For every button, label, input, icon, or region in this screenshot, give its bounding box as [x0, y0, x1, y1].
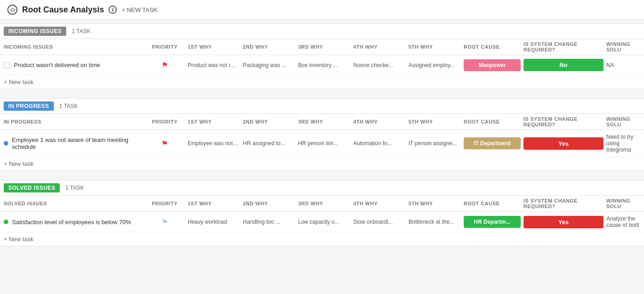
badge-inprogress: IN PROGRESS: [4, 102, 54, 111]
section-inprogress: IN PROGRESS 1 TASK IN PROGRESS PRIORITY …: [0, 98, 644, 176]
syschange-badge-0-0: No: [523, 59, 604, 71]
add-task-label-incoming: + New task: [4, 79, 34, 85]
task-count-incoming: 1 TASK: [72, 28, 90, 34]
col-header-why2-0: 2ND WHY: [243, 44, 298, 50]
section-header-inprogress: IN PROGRESS 1 TASK: [0, 98, 644, 114]
add-task-label-solved: + New task: [4, 236, 34, 243]
table-row[interactable]: Product wasn't delivered on time ⚑ Produ…: [0, 55, 644, 75]
col-header-sys-2: IS SYSTEM CHANGE REQUIRED?: [523, 198, 606, 209]
cell-rootcause-2-0: HR Departm...: [464, 216, 523, 228]
add-task-row-incoming[interactable]: + New task: [0, 75, 644, 89]
section-incoming: INCOMING ISSUES 1 TASK INCOMING ISSUES P…: [0, 23, 644, 95]
cell-priority-2-0: ⚑: [142, 218, 188, 226]
add-task-row-inprogress[interactable]: + New task: [0, 157, 644, 171]
section-solved: SOLVED ISSUES 1 TASK SOLVED ISSUES PRIOR…: [0, 180, 644, 246]
cell-rootcause-1-0: IT Department: [464, 137, 523, 149]
cell-syschange-2-0: Yes: [523, 216, 606, 228]
flag-icon-2-0: ⚑: [161, 218, 168, 226]
syschange-badge-1-0: Yes: [523, 137, 604, 150]
issue-text-0-0: Product wasn't delivered on time: [14, 62, 100, 68]
cell-syschange-1-0: Yes: [523, 137, 606, 150]
col-header-why5-1: 5TH WHY: [408, 119, 464, 124]
cell-priority-1-0: ⚑: [142, 139, 188, 148]
col-header-why4-1: 4TH WHY: [353, 119, 408, 124]
col-header-why1-2: 1ST WHY: [188, 201, 243, 206]
cell-why4-2-0: Slow onboardi...: [353, 219, 408, 225]
cell-rootcause-0-0: Manpower: [464, 59, 523, 71]
task-count-solved: 1 TASK: [65, 185, 84, 191]
col-header-issue-0: INCOMING ISSUES: [4, 44, 142, 50]
flag-icon-0-0: ⚑: [161, 61, 168, 69]
col-header-why3-2: 3RD WHY: [298, 201, 353, 206]
task-count-inprogress: 1 TASK: [59, 103, 78, 109]
issue-text-1-0: Employee 1 was not aware of team meeting…: [12, 136, 142, 150]
circle-button[interactable]: ⊖: [7, 5, 17, 15]
col-header-why1-0: 1ST WHY: [188, 44, 243, 50]
section-header-incoming: INCOMING ISSUES 1 TASK: [0, 23, 644, 39]
cell-why5-0-0: Assigned employ...: [408, 62, 464, 68]
badge-solved: SOLVED ISSUES: [4, 183, 60, 192]
main-content: INCOMING ISSUES 1 TASK INCOMING ISSUES P…: [0, 20, 644, 254]
cell-winning-0-0: NA: [606, 62, 640, 68]
cell-why2-0-0: Packaging was ...: [243, 62, 298, 68]
cell-why1-1-0: Employee was not b...: [188, 140, 243, 147]
section-header-solved: SOLVED ISSUES 1 TASK: [0, 180, 644, 196]
cell-why4-1-0: Automation fo...: [353, 140, 408, 147]
issue-text-2-0: Satisfaction level of employees is below…: [12, 219, 131, 226]
col-header-winning-2: WINNING SOLU: [606, 198, 640, 209]
col-header-why4-2: 4TH WHY: [353, 201, 408, 206]
dot-indicator-2-0: [4, 220, 8, 224]
col-header-why3-1: 3RD WHY: [298, 119, 353, 124]
info-icon[interactable]: ℹ: [109, 6, 117, 14]
table-row[interactable]: Employee 1 was not aware of team meeting…: [0, 130, 644, 157]
col-header-why2-1: 2ND WHY: [243, 119, 298, 124]
dot-indicator-1-0: [4, 141, 8, 146]
checkbox-0-0[interactable]: [4, 62, 10, 68]
cell-issue-1-0: Employee 1 was not aware of team meeting…: [4, 136, 142, 150]
new-task-button[interactable]: + NEW TASK: [121, 6, 157, 13]
add-task-label-inprogress: + New task: [4, 160, 34, 167]
cell-why1-0-0: Product was not rea...: [188, 62, 243, 68]
cell-syschange-0-0: No: [523, 59, 606, 71]
col-headers-solved: SOLVED ISSUES PRIORITY 1ST WHY 2ND WHY 3…: [0, 196, 644, 212]
spacer-1: [0, 171, 644, 176]
spacer-0: [0, 89, 644, 95]
root-badge-2-0: HR Departm...: [464, 216, 521, 228]
header: ⊖ Root Cause Analysis ℹ + NEW TASK: [0, 0, 644, 20]
cell-issue-0-0: Product wasn't delivered on time: [4, 62, 142, 68]
col-header-issue-1: IN PROGRESS: [4, 119, 142, 124]
col-header-root-2: ROOT CAUSE: [464, 201, 523, 206]
table-row[interactable]: Satisfaction level of employees is below…: [0, 212, 644, 232]
flag-icon-1-0: ⚑: [161, 139, 168, 148]
cell-why2-1-0: HR assigned to...: [243, 140, 298, 147]
root-badge-0-0: Manpower: [464, 59, 521, 71]
cell-why3-2-0: Low capacity o...: [298, 219, 353, 225]
col-header-issue-2: SOLVED ISSUES: [4, 201, 142, 206]
cell-why4-0-0: Noone checke...: [353, 62, 408, 68]
col-header-winning-1: WINNING SOLU: [606, 116, 640, 127]
cell-why2-2-0: Handling too ...: [243, 219, 298, 225]
cell-winning-1-0: Need to try using Integroma: [606, 134, 640, 153]
col-header-priority-2: PRIORITY: [142, 201, 188, 206]
cell-why3-1-0: HR person tim...: [298, 140, 353, 147]
col-header-sys-1: IS SYSTEM CHANGE REQUIRED?: [523, 116, 606, 127]
col-header-winning-0: WINNING SOLU: [606, 41, 640, 52]
add-task-row-solved[interactable]: + New task: [0, 232, 644, 246]
col-header-sys-0: IS SYSTEM CHANGE REQUIRED?: [523, 41, 606, 52]
col-header-priority-0: PRIORITY: [142, 44, 188, 50]
cell-why5-1-0: IT person assigne...: [408, 140, 464, 147]
col-header-root-0: ROOT CAUSE: [464, 44, 523, 50]
cell-why5-2-0: Bottleneck at the...: [408, 219, 464, 225]
col-header-why1-1: 1ST WHY: [188, 119, 243, 124]
col-headers-incoming: INCOMING ISSUES PRIORITY 1ST WHY 2ND WHY…: [0, 39, 644, 55]
root-badge-1-0: IT Department: [464, 137, 521, 149]
cell-why3-0-0: Box inventory ...: [298, 62, 353, 68]
col-header-root-1: ROOT CAUSE: [464, 119, 523, 124]
col-header-why3-0: 3RD WHY: [298, 44, 353, 50]
col-header-why4-0: 4TH WHY: [353, 44, 408, 50]
col-header-why2-2: 2ND WHY: [243, 201, 298, 206]
col-header-priority-1: PRIORITY: [142, 119, 188, 124]
cell-winning-2-0: Analyze the cause of bottl: [606, 215, 640, 228]
cell-priority-0-0: ⚑: [142, 61, 188, 69]
col-headers-inprogress: IN PROGRESS PRIORITY 1ST WHY 2ND WHY 3RD…: [0, 114, 644, 130]
